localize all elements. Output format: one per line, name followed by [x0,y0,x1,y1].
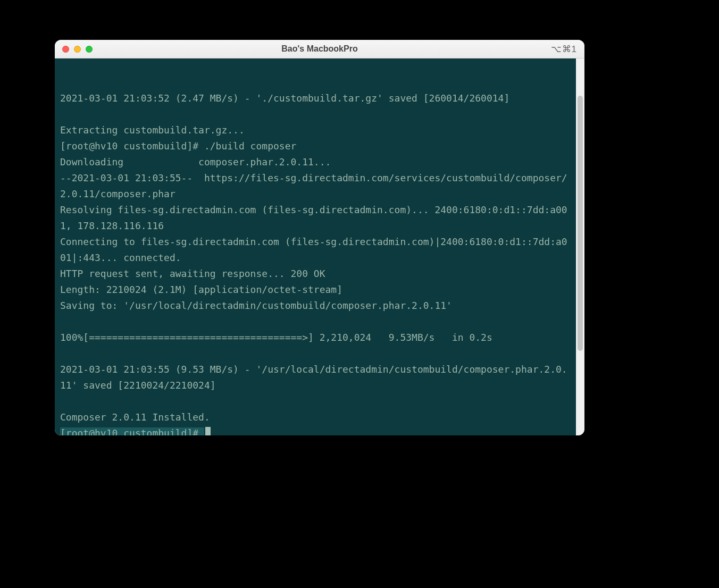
scrollbar[interactable] [576,58,584,435]
terminal-output[interactable]: 2021-03-01 21:03:52 (2.47 MB/s) - './cus… [55,58,576,435]
terminal-lines: 2021-03-01 21:03:52 (2.47 MB/s) - './cus… [60,93,567,423]
cursor-icon [205,427,211,435]
terminal-body: 2021-03-01 21:03:52 (2.47 MB/s) - './cus… [55,58,584,435]
traffic-lights [62,46,93,53]
scrollbar-thumb[interactable] [578,96,583,351]
minimize-icon[interactable] [74,46,81,53]
titlebar[interactable]: Bao's MacbookPro ⌥⌘1 [55,40,584,58]
window-title: Bao's MacbookPro [55,44,584,54]
terminal-window: Bao's MacbookPro ⌥⌘1 2021-03-01 21:03:52… [55,40,584,435]
close-icon[interactable] [62,46,69,53]
shell-prompt: [root@hv10 custombuild]# [60,427,204,435]
tab-shortcut: ⌥⌘1 [551,44,577,55]
maximize-icon[interactable] [86,46,93,53]
